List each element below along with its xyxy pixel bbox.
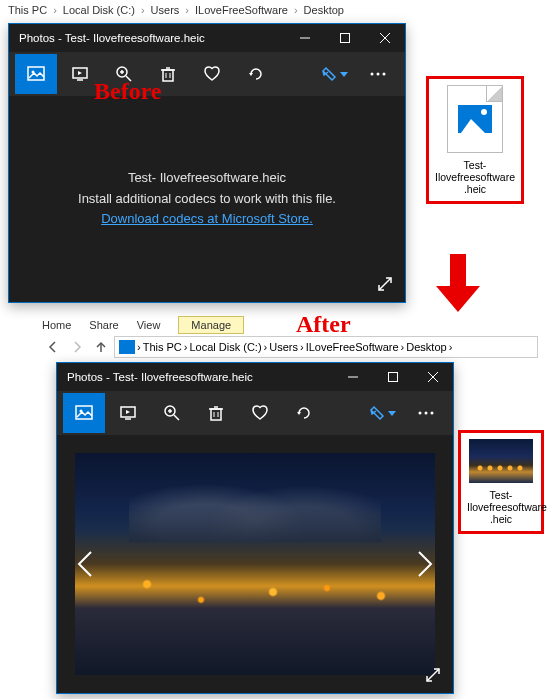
nav-back-button[interactable]	[42, 336, 64, 358]
tab-view[interactable]: View	[137, 319, 161, 331]
svg-point-48	[425, 412, 428, 415]
file-name-line: Test-	[467, 489, 535, 501]
svg-marker-46	[388, 411, 396, 416]
svg-marker-35	[126, 410, 130, 414]
photo-image	[75, 453, 435, 675]
explorer-ribbon-tabs: Home Share View Manage	[42, 316, 244, 334]
svg-rect-13	[163, 70, 173, 81]
crumb[interactable]: This PC	[143, 341, 182, 353]
close-button[interactable]	[365, 24, 405, 52]
window-controls	[285, 24, 405, 52]
tab-share[interactable]: Share	[89, 319, 118, 331]
svg-point-21	[377, 73, 380, 76]
after-annotation: After	[296, 311, 351, 338]
window-title: Photos - Test- Ilovefreesoftware.heic	[57, 371, 253, 383]
folder-icon	[119, 340, 135, 354]
svg-marker-18	[249, 73, 253, 76]
crumb[interactable]: ILoveFreeSoftware	[195, 4, 288, 16]
file-name-line: Ilovefreesoftware	[435, 171, 515, 183]
photos-window-before: Photos - Test- Ilovefreesoftware.heic Te…	[8, 23, 406, 303]
crumb[interactable]: Desktop	[406, 341, 446, 353]
chevron-right-icon: ›	[49, 4, 61, 16]
svg-marker-45	[297, 412, 301, 415]
svg-rect-24	[450, 254, 466, 286]
photos-toolbar	[57, 391, 453, 435]
delete-button[interactable]	[195, 393, 237, 433]
maximize-button[interactable]	[373, 363, 413, 391]
crumb[interactable]: Local Disk (C:)	[63, 4, 135, 16]
more-button[interactable]	[405, 393, 447, 433]
breadcrumb-top: This PC› Local Disk (C:)› Users› ILoveFr…	[0, 0, 352, 20]
photos-toolbar	[9, 52, 405, 96]
file-item-after[interactable]: Test- Ilovefreesoftware .heic	[458, 430, 544, 534]
view-all-button[interactable]	[15, 54, 57, 94]
chevron-right-icon: ›	[290, 4, 302, 16]
svg-rect-4	[28, 67, 44, 80]
prev-photo-button[interactable]	[65, 538, 105, 590]
window-title: Photos - Test- Ilovefreesoftware.heic	[9, 32, 205, 44]
codec-text: Install additional codecs to work with t…	[78, 189, 336, 210]
file-item-before[interactable]: Test- Ilovefreesoftware .heic	[426, 76, 524, 204]
view-all-button[interactable]	[63, 393, 105, 433]
svg-line-23	[379, 278, 391, 290]
codec-message: Test- Ilovefreesoftware.heic Install add…	[78, 168, 336, 230]
photo-viewport	[57, 435, 453, 693]
tab-manage[interactable]: Manage	[178, 316, 244, 334]
svg-marker-19	[340, 72, 348, 77]
crumb[interactable]: This PC	[8, 4, 47, 16]
arrow-down-annotation	[436, 254, 480, 312]
generic-image-icon	[447, 85, 503, 153]
svg-rect-31	[76, 406, 92, 419]
svg-rect-40	[211, 409, 221, 420]
address-bar[interactable]: › This PC› Local Disk (C:)› Users› ILove…	[114, 336, 538, 358]
titlebar[interactable]: Photos - Test- Ilovefreesoftware.heic	[57, 363, 453, 391]
maximize-button[interactable]	[325, 24, 365, 52]
svg-point-49	[431, 412, 434, 415]
close-button[interactable]	[413, 363, 453, 391]
crumb[interactable]: Users	[269, 341, 298, 353]
download-codecs-link[interactable]: Download codecs at Microsoft Store.	[101, 211, 313, 226]
svg-point-22	[383, 73, 386, 76]
edit-button[interactable]	[313, 54, 355, 94]
minimize-button[interactable]	[285, 24, 325, 52]
edit-button[interactable]	[361, 393, 403, 433]
chevron-right-icon: ›	[181, 4, 193, 16]
fullscreen-button[interactable]	[425, 667, 441, 683]
photos-window-after: Photos - Test- Ilovefreesoftware.heic	[56, 362, 454, 694]
file-name-line: .heic	[467, 513, 535, 525]
favorite-button[interactable]	[239, 393, 281, 433]
thumbnail-icon	[469, 439, 533, 483]
photos-body	[57, 435, 453, 693]
file-name-line: Test-	[435, 159, 515, 171]
tab-home[interactable]: Home	[42, 319, 71, 331]
favorite-button[interactable]	[191, 54, 233, 94]
rotate-button[interactable]	[235, 54, 277, 94]
file-name-line: Ilovefreesoftware	[467, 501, 535, 513]
svg-point-20	[371, 73, 374, 76]
nav-up-button[interactable]	[90, 336, 112, 358]
crumb[interactable]: Users	[151, 4, 180, 16]
rotate-button[interactable]	[283, 393, 325, 433]
nav-forward-button[interactable]	[66, 336, 88, 358]
before-annotation: Before	[94, 78, 162, 105]
svg-line-37	[174, 415, 179, 420]
crumb[interactable]: Local Disk (C:)	[189, 341, 261, 353]
photos-body: Test- Ilovefreesoftware.heic Install add…	[9, 96, 405, 302]
titlebar[interactable]: Photos - Test- Ilovefreesoftware.heic	[9, 24, 405, 52]
fullscreen-button[interactable]	[377, 276, 393, 292]
svg-marker-25	[436, 286, 480, 312]
minimize-button[interactable]	[333, 363, 373, 391]
slideshow-button[interactable]	[107, 393, 149, 433]
explorer-nav-bar: › This PC› Local Disk (C:)› Users› ILove…	[42, 336, 538, 358]
svg-point-47	[419, 412, 422, 415]
svg-rect-1	[341, 34, 350, 43]
chevron-right-icon: ›	[137, 4, 149, 16]
next-photo-button[interactable]	[405, 538, 445, 590]
crumb[interactable]: ILoveFreeSoftware	[306, 341, 399, 353]
crumb[interactable]: Desktop	[304, 4, 344, 16]
window-controls	[333, 363, 453, 391]
codec-filename: Test- Ilovefreesoftware.heic	[78, 168, 336, 189]
more-button[interactable]	[357, 54, 399, 94]
zoom-button[interactable]	[151, 393, 193, 433]
svg-line-50	[427, 669, 439, 681]
